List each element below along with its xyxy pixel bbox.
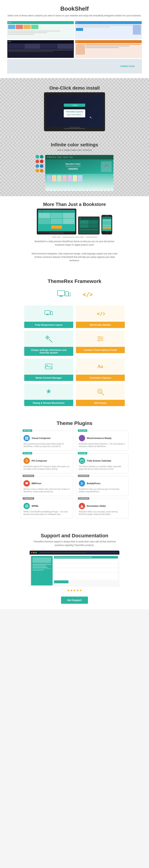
desktop-header (38, 210, 75, 212)
swatch-row-4 (35, 169, 43, 173)
device-tablet-wrapper (78, 217, 100, 235)
rating-icon-box (24, 384, 73, 400)
demo-item-4[interactable] (75, 40, 142, 58)
hero-text: Education Center Discover the world of b… (47, 163, 99, 170)
wpml-desc: WPML is the WordPress Multilingual Plugi… (24, 510, 70, 516)
shortcodes-label: Shortcodes Builder (76, 322, 125, 328)
colors-title: Infinite color settings (7, 142, 142, 148)
svg-rect-10 (46, 315, 49, 315)
support-section: Support and Documentation ThemeRex techn… (0, 526, 149, 609)
media-label: Media Content Manager (24, 375, 73, 381)
rev-icon (79, 503, 85, 509)
seo-label: SEO Ready (76, 400, 125, 406)
page-subtitle: Select one of these demo variants you wi… (7, 14, 142, 18)
preview-books (45, 174, 114, 183)
device-mobile-wrapper (101, 215, 112, 235)
colors-section: Infinite color settings and 4 ready-made… (0, 136, 149, 196)
feature-shortcodes: </> Shortcodes Builder (76, 306, 125, 328)
swatch-blue-dark[interactable] (40, 164, 43, 168)
win-close-btn (31, 552, 32, 553)
demo-item-1[interactable] (7, 21, 74, 39)
feature-unique-settings: Unique settings inheritance and Override… (24, 331, 73, 356)
swatch-row-3 (35, 164, 43, 168)
svg-rect-2 (59, 296, 63, 297)
plugins-grid: INCLUDES Visual Composer Most popular dr… (21, 431, 128, 519)
svg-rect-8 (45, 311, 50, 314)
custom-theme-icon-box (76, 331, 125, 347)
win-min-btn (33, 552, 35, 553)
framework-title: ThemeRex Framework (7, 278, 142, 284)
buddy-name: BuddyPress (87, 482, 100, 485)
buddy-icon (79, 480, 85, 487)
svg-point-6 (69, 296, 70, 296)
plugins-title: Theme Plugins (7, 421, 142, 426)
label-featured-books: Featured Books (86, 236, 97, 238)
unique-settings-label: Unique settings inheritance and Override… (24, 347, 73, 356)
swatch-row-1 (35, 155, 43, 158)
vc-header: Visual Composer (24, 435, 70, 441)
desktop-book-5 (51, 219, 62, 224)
plugin-buddypress: COMPATIBLE BuddyPress BuddyPress helps y… (76, 476, 128, 496)
tribe-desc: The Events Calendar is a carefully craft… (79, 465, 126, 470)
swatch-teal[interactable] (35, 155, 39, 158)
support-right-panel (54, 556, 118, 585)
desktop-book-3 (63, 213, 74, 218)
swatch-red-dark[interactable] (40, 160, 43, 163)
svg-point-43 (81, 483, 82, 484)
svg-rect-9 (47, 314, 48, 315)
export-theme-btn[interactable]: Export Theme Options (66, 113, 83, 116)
exporter-popup: ThemeREX Exporter Export Theme Options (64, 109, 85, 117)
svg-line-20 (49, 339, 52, 342)
vc-name: Visual Composer (32, 437, 51, 439)
demo-grid-row2 (7, 40, 142, 58)
hero-btn[interactable]: Browse Now (68, 168, 78, 170)
demo-item-coming-soon[interactable]: COMING SOON (7, 59, 142, 73)
svg-point-44 (82, 483, 83, 484)
swatch-orange[interactable] (35, 169, 39, 173)
desktop-book-1 (38, 213, 50, 218)
star-3: ★ (73, 589, 76, 592)
support-preview (30, 551, 119, 587)
bb-icon (24, 480, 30, 487)
svg-rect-17 (49, 337, 50, 338)
demo-item-3[interactable] (7, 40, 74, 58)
book-4 (62, 175, 67, 182)
import-button[interactable]: ↑ Import (64, 103, 85, 107)
feature-custom-theme: Custom Theme Options Panel (76, 331, 125, 356)
star-2: ★ (70, 589, 73, 592)
hero-subtitle: Discover the world of books (47, 165, 99, 167)
svg-rect-35 (27, 437, 28, 438)
svg-rect-1 (60, 296, 62, 296)
swatch-blue[interactable] (35, 164, 39, 168)
monitor-base (69, 127, 80, 128)
swatch-orange-dark[interactable] (40, 169, 43, 173)
win-close (47, 157, 48, 158)
support-desc: ThemeRex technical support is always the… (30, 540, 119, 547)
plugin-wpml: COMPATIBLE WPML WPML is the WordPress Mu… (21, 499, 73, 519)
plugin-tribe-events: INCLUDES Tribe Events Calendar The Event… (76, 453, 128, 473)
support-row-4 (54, 572, 118, 580)
rev-header: Revolution Slider (79, 503, 126, 509)
svg-rect-19 (47, 339, 48, 340)
color-preview-screen: Home Books Authors Blog Education Center… (45, 155, 114, 191)
vc-desc: Most popular drag and drop page builder … (24, 443, 70, 448)
preview-hero: Education Center Discover the world of b… (45, 159, 114, 174)
desktop-book-6 (63, 219, 74, 224)
woo-header: Woo WooCommerce Ready (79, 435, 126, 441)
monitor-stand (64, 128, 85, 129)
book-5 (67, 175, 72, 182)
swatch-red[interactable] (35, 160, 39, 163)
feature-responsive: Fully Responsive Layout (24, 306, 73, 328)
book-3 (57, 175, 62, 182)
demo-item-2[interactable] (75, 21, 142, 39)
preview-nav: Home Books Authors Blog (52, 156, 72, 158)
swatch-teal-dark[interactable] (40, 155, 43, 158)
vc-icon (24, 435, 30, 441)
svg-point-26 (98, 340, 99, 341)
star-5: ★ (79, 589, 82, 592)
swatch-row-2 (35, 160, 43, 163)
svg-rect-18 (47, 336, 48, 337)
tribe-header: Tribe Events Calendar (79, 458, 126, 464)
buddy-badge: COMPATIBLE (78, 475, 89, 477)
get-support-button[interactable]: Get Support (61, 596, 88, 604)
